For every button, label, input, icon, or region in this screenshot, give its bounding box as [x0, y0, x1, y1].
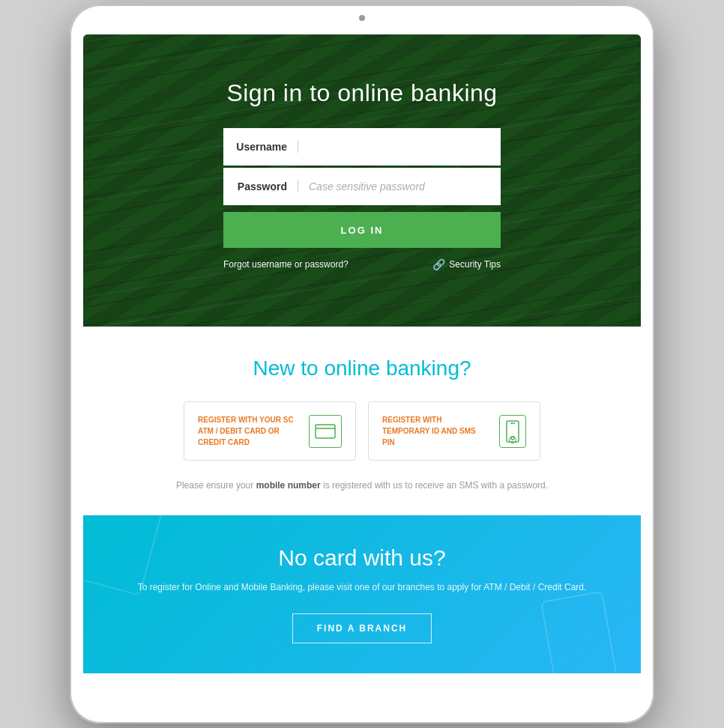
- forgot-link[interactable]: Forgot username or password?: [223, 259, 349, 270]
- register-atm-text: REGISTER WITH YOUR SC ATM / DEBIT CARD O…: [198, 414, 300, 448]
- hero-section: Sign in to online banking Username Passw…: [83, 34, 641, 327]
- username-field-row: Username: [223, 128, 501, 166]
- login-button[interactable]: LOG IN: [223, 212, 501, 248]
- password-label: Password: [223, 181, 298, 192]
- device-screen: Sign in to online banking Username Passw…: [83, 34, 641, 710]
- mobile-device-icon: [506, 420, 519, 443]
- password-field-row: Password: [223, 168, 501, 205]
- username-input[interactable]: [298, 128, 501, 166]
- security-icon: 🔗: [432, 258, 445, 270]
- username-label: Username: [223, 141, 298, 153]
- form-links: Forgot username or password? 🔗 Security …: [223, 258, 501, 270]
- atm-card-icon: [315, 424, 336, 439]
- mobile-icon: [499, 415, 526, 448]
- no-card-description: To register for Online and Mobile Bankin…: [106, 580, 618, 595]
- security-tips-label: Security Tips: [449, 259, 501, 270]
- new-banking-section: New to online banking? REGISTER WITH YOU…: [83, 327, 641, 515]
- login-form: Username Password LOG IN: [223, 128, 501, 248]
- new-banking-title: New to online banking?: [106, 357, 618, 380]
- register-sms-text: REGISTER WITH TEMPORARY ID AND SMS PIN: [382, 414, 490, 448]
- hero-title: Sign in to online banking: [226, 79, 497, 107]
- no-card-title: No card with us?: [106, 545, 618, 571]
- register-cards: REGISTER WITH YOUR SC ATM / DEBIT CARD O…: [106, 401, 618, 461]
- svg-rect-0: [316, 425, 335, 438]
- card-icon: [309, 415, 342, 448]
- password-input[interactable]: [298, 168, 501, 205]
- security-tips-link[interactable]: 🔗 Security Tips: [432, 258, 501, 270]
- device-frame: Sign in to online banking Username Passw…: [70, 4, 654, 724]
- sms-note-bold: mobile number: [256, 480, 321, 491]
- svg-rect-2: [507, 421, 519, 442]
- register-atm-card[interactable]: REGISTER WITH YOUR SC ATM / DEBIT CARD O…: [184, 401, 356, 461]
- device-camera: [359, 15, 365, 21]
- sms-note: Please ensure your mobile number is regi…: [106, 479, 618, 493]
- no-card-section: No card with us? To register for Online …: [83, 515, 641, 673]
- sms-note-prefix: Please ensure your: [176, 480, 256, 491]
- register-sms-card[interactable]: REGISTER WITH TEMPORARY ID AND SMS PIN: [368, 401, 540, 461]
- svg-point-3: [511, 437, 514, 440]
- find-branch-button[interactable]: FIND A BRANCH: [292, 613, 432, 643]
- sms-note-suffix: is registered with us to receive an SMS …: [321, 480, 548, 491]
